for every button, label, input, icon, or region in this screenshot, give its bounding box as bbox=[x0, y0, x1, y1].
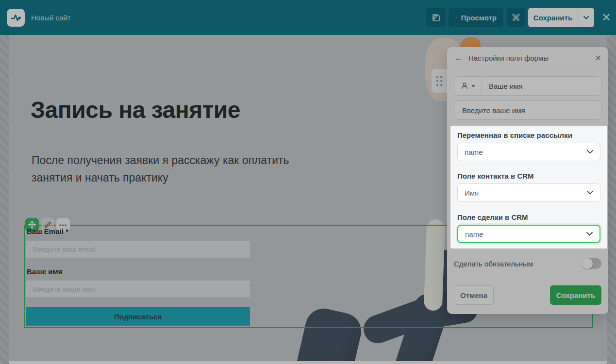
pulse-icon bbox=[10, 12, 22, 24]
crm-deal-value: name bbox=[465, 230, 483, 238]
panel-drag-handle[interactable] bbox=[432, 69, 447, 93]
save-split-button: Сохранить bbox=[528, 8, 594, 27]
back-icon[interactable]: ← bbox=[454, 53, 463, 63]
edit-tools-button[interactable] bbox=[507, 8, 525, 27]
drag-dots-icon bbox=[436, 76, 442, 86]
spotlight-section: Переменная в списке рассылки name Поле к… bbox=[450, 126, 607, 248]
panel-actions: Отмена Сохранить bbox=[454, 285, 601, 305]
subscribe-button[interactable]: Подписаться bbox=[26, 307, 250, 326]
save-button[interactable]: Сохранить bbox=[528, 8, 578, 27]
name-field-label: Ваше имя bbox=[27, 267, 62, 276]
field-label-input[interactable] bbox=[482, 77, 601, 95]
crossed-tools-icon bbox=[511, 13, 521, 22]
chevron-down-icon bbox=[583, 16, 589, 19]
chevron-down-icon bbox=[586, 232, 593, 236]
crm-deal-label: Поле сделки в CRM bbox=[457, 213, 600, 221]
hero-description: После получения заявки я расскажу как оп… bbox=[32, 152, 296, 186]
page-edge-right bbox=[607, 35, 616, 364]
panel-body: Переменная в списке рассылки name Поле к… bbox=[447, 69, 608, 312]
save-dropdown-button[interactable] bbox=[578, 8, 594, 27]
pen-board-icon bbox=[431, 13, 441, 22]
next-section-strip bbox=[9, 361, 607, 364]
site-title: Новый сайт bbox=[31, 0, 71, 35]
crm-contact-select[interactable]: Имя bbox=[457, 183, 600, 202]
mailing-variable-select[interactable]: name bbox=[457, 143, 600, 161]
required-toggle-label: Сделать обязательным bbox=[454, 260, 533, 268]
required-toggle-row: Сделать обязательным bbox=[454, 258, 601, 269]
preview-label: Просмотр bbox=[461, 14, 497, 22]
crm-contact-label: Поле контакта в CRM bbox=[457, 172, 600, 180]
crm-contact-value: Имя bbox=[465, 189, 479, 197]
required-toggle[interactable] bbox=[582, 258, 601, 269]
chevron-down-icon bbox=[587, 150, 593, 154]
toggle-knob bbox=[582, 258, 593, 269]
user-icon bbox=[461, 82, 468, 90]
chevron-down-icon bbox=[471, 85, 475, 87]
mailing-variable-value: name bbox=[465, 148, 483, 156]
panel-title: Настройки поля формы bbox=[468, 54, 589, 62]
chevron-down-icon bbox=[587, 191, 593, 195]
app-logo bbox=[7, 9, 25, 27]
field-label-row bbox=[454, 76, 601, 96]
email-input[interactable] bbox=[26, 241, 250, 258]
hero-heading: Запись на занятие bbox=[31, 97, 240, 123]
email-field-label: Ваш Email * bbox=[27, 227, 68, 235]
cancel-button[interactable]: Отмена bbox=[454, 285, 494, 305]
preview-button[interactable]: Просмотр bbox=[449, 8, 503, 27]
eye-icon bbox=[455, 14, 457, 21]
field-placeholder-input[interactable] bbox=[454, 100, 601, 120]
panel-header: ← Настройки поля формы ✕ bbox=[447, 47, 608, 69]
design-elements-button[interactable] bbox=[426, 8, 446, 27]
panel-save-button[interactable]: Сохранить bbox=[550, 285, 601, 305]
mailing-variable-label: Переменная в списке рассылки bbox=[457, 131, 600, 139]
close-editor-button[interactable]: ✕ bbox=[599, 10, 614, 25]
name-input[interactable] bbox=[26, 281, 250, 298]
field-settings-panel: ← Настройки поля формы ✕ Переменная в сп… bbox=[447, 47, 608, 314]
editor-topbar: Новый сайт Просмотр Сохранить ✕ bbox=[0, 0, 616, 35]
panel-close-icon[interactable]: ✕ bbox=[595, 53, 601, 63]
page-edge-left bbox=[0, 35, 9, 364]
crm-deal-select[interactable]: name bbox=[457, 225, 600, 243]
field-type-dropdown[interactable] bbox=[454, 77, 482, 95]
